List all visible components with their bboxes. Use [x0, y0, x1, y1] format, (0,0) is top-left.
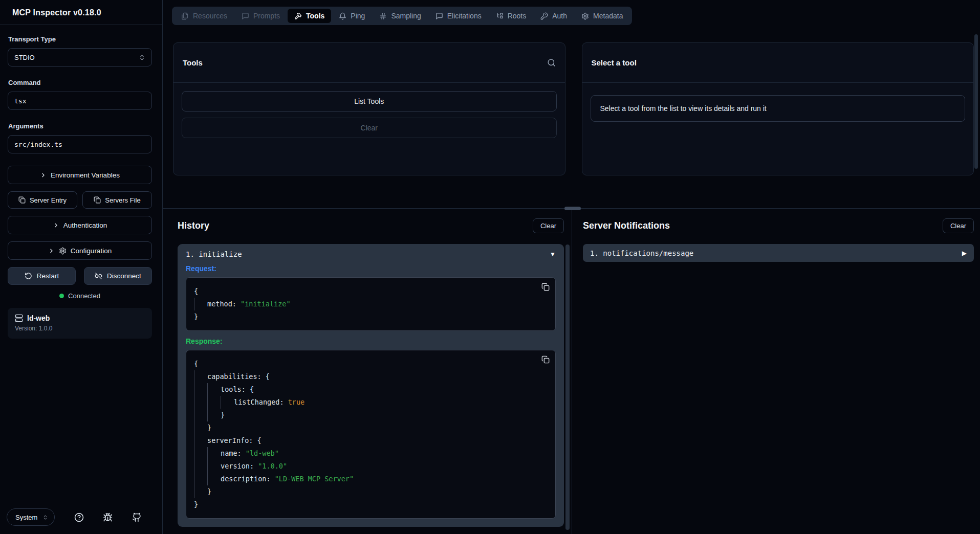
indent-guide	[207, 447, 221, 460]
history-panel: History Clear 1. initialize ▼ Request: {…	[163, 209, 572, 534]
hash-icon	[379, 12, 387, 20]
tools-panel-title: Tools	[183, 58, 203, 67]
code-token-plain: {	[194, 285, 198, 298]
code-token-plain: }	[221, 409, 225, 421]
code-token-plain: }	[194, 310, 198, 323]
main-area: ResourcesPromptsToolsPingSamplingElicita…	[163, 0, 980, 534]
files-icon	[181, 12, 189, 20]
theme-select[interactable]: System	[7, 508, 55, 526]
response-json: {capabilities: {tools: {listChanged: tru…	[194, 358, 548, 511]
sidebar-footer: System	[0, 508, 162, 534]
code-token-str: "initialize"	[241, 298, 291, 310]
tab-tools[interactable]: Tools	[288, 9, 331, 23]
code-token-plain: {	[194, 358, 198, 370]
sidebar-header: MCP Inspector v0.18.0	[0, 0, 162, 25]
indent-guide	[207, 383, 221, 396]
bottom-section: History Clear 1. initialize ▼ Request: {…	[163, 209, 980, 534]
chevron-right-icon	[48, 248, 55, 254]
arguments-input[interactable]: src/index.ts	[8, 135, 152, 153]
gear-icon	[59, 247, 67, 255]
tab-label: Ping	[351, 12, 365, 20]
code-token-plain: serverInfo: {	[207, 434, 262, 447]
server-entry-button[interactable]: Server Entry	[8, 191, 77, 209]
environment-variables-button[interactable]: Environment Variables	[8, 166, 152, 184]
tab-metadata[interactable]: Metadata	[575, 9, 629, 23]
tool-detail-placeholder: Select a tool from the list to view its …	[591, 95, 966, 122]
notifications-panel: Server Notifications Clear 1. notificati…	[572, 209, 980, 534]
code-token-plain: listChanged:	[234, 396, 288, 409]
tools-clear-button[interactable]: Clear	[182, 118, 557, 138]
environment-variables-label: Environment Variables	[51, 171, 120, 179]
restart-button[interactable]: Restart	[8, 267, 76, 285]
indent-guide	[207, 409, 221, 421]
code-token-plain: version:	[221, 460, 258, 473]
response-label: Response:	[186, 337, 556, 345]
tab-label: Sampling	[391, 12, 421, 20]
tab-prompts[interactable]: Prompts	[235, 9, 287, 23]
tab-label: Roots	[508, 12, 527, 20]
tools-panel: Tools List Tools Clear	[173, 42, 565, 175]
chevron-right-icon	[40, 172, 47, 179]
expand-triangle-icon: ▶	[962, 250, 967, 256]
tab-auth[interactable]: Auth	[534, 9, 574, 23]
tab-ping[interactable]: Ping	[332, 9, 372, 23]
search-icon[interactable]	[547, 58, 556, 67]
transport-type-value: STDIO	[14, 54, 35, 61]
history-clear-button[interactable]: Clear	[533, 218, 564, 233]
help-icon[interactable]	[74, 513, 84, 522]
copy-icon[interactable]	[541, 355, 550, 364]
key-icon	[540, 12, 548, 20]
response-code-block: {capabilities: {tools: {listChanged: tru…	[186, 350, 556, 519]
indent-guide	[207, 473, 221, 485]
tab-sampling[interactable]: Sampling	[373, 9, 427, 23]
authentication-button[interactable]: Authentication	[8, 216, 152, 234]
code-token-plain: }	[194, 498, 198, 511]
history-scrollbar-thumb[interactable]	[565, 244, 570, 530]
tab-roots[interactable]: Roots	[489, 9, 533, 23]
tree-icon	[496, 12, 504, 20]
indent-guide	[194, 370, 207, 383]
restart-icon	[25, 272, 32, 280]
code-token-plain: description:	[221, 473, 275, 485]
disconnect-button[interactable]: Disconnect	[84, 267, 152, 285]
chevrons-up-down-icon	[42, 515, 48, 520]
list-tools-button[interactable]: List Tools	[182, 91, 557, 112]
message-icon	[435, 12, 443, 20]
top-scrollbar-thumb[interactable]	[974, 34, 978, 169]
request-json: {method: "initialize"}	[194, 285, 548, 323]
servers-file-button[interactable]: Servers File	[82, 191, 152, 209]
command-value: tsx	[14, 97, 26, 105]
command-input[interactable]: tsx	[8, 92, 152, 110]
copy-icon[interactable]	[541, 283, 550, 291]
connected-dot-icon	[59, 294, 64, 298]
server-icon	[15, 314, 23, 322]
bug-icon[interactable]	[103, 513, 113, 522]
tab-bar: ResourcesPromptsToolsPingSamplingElicita…	[172, 7, 632, 25]
server-version: Version: 1.0.0	[15, 325, 145, 332]
sidebar: MCP Inspector v0.18.0 Transport Type STD…	[0, 0, 163, 534]
history-item-header[interactable]: 1. initialize ▼	[186, 250, 556, 258]
chevrons-up-down-icon	[139, 54, 145, 61]
copy-icon	[18, 196, 26, 204]
split-drag-handle[interactable]	[564, 207, 581, 210]
sidebar-body: Transport Type STDIO Command tsx Argumen…	[0, 25, 162, 508]
notification-item[interactable]: 1. notifications/message ▶	[583, 244, 974, 262]
link-slash-icon	[95, 272, 102, 280]
tab-label: Elicitations	[447, 12, 482, 20]
connected-server-card: ld-web Version: 1.0.0	[8, 308, 152, 339]
notifications-clear-button[interactable]: Clear	[943, 218, 974, 233]
server-entry-label: Server Entry	[30, 196, 67, 204]
tab-label: Auth	[552, 12, 567, 20]
chevron-right-icon	[53, 222, 59, 229]
code-token-bool: true	[288, 396, 305, 409]
code-token-plain: tools: {	[221, 383, 254, 396]
tab-label: Prompts	[253, 12, 280, 20]
tab-elicitations[interactable]: Elicitations	[429, 9, 488, 23]
tab-resources[interactable]: Resources	[175, 9, 234, 23]
gear-icon	[581, 12, 589, 20]
transport-type-select[interactable]: STDIO	[8, 48, 152, 66]
theme-value: System	[15, 514, 37, 521]
configuration-button[interactable]: Configuration	[8, 241, 152, 260]
github-icon[interactable]	[132, 513, 142, 522]
indent-guide	[221, 396, 234, 409]
